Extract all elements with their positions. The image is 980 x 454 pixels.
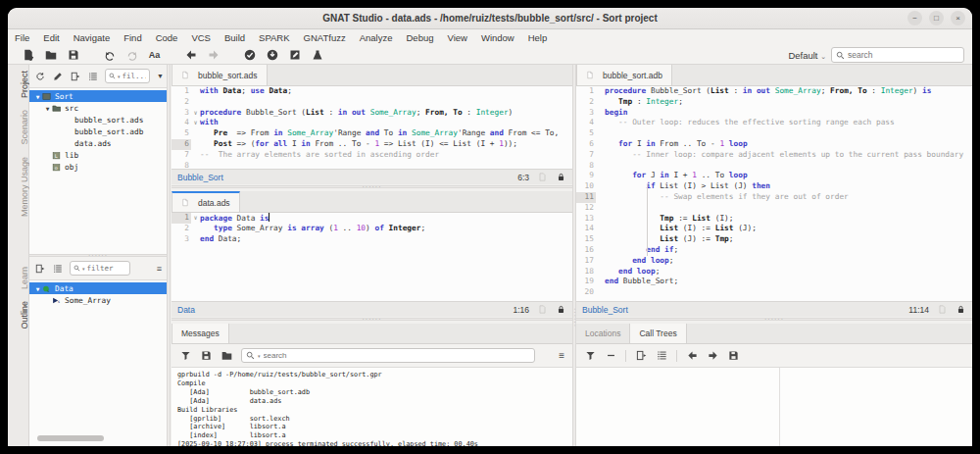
menu-icon[interactable]: ≡: [559, 350, 564, 361]
expander-icon[interactable]: ▼: [33, 285, 42, 292]
lock-icon[interactable]: [956, 304, 966, 315]
code-editor-adb[interactable]: 1procedure Bubble_Sort (List : in out So…: [576, 86, 972, 301]
maximize-button[interactable]: □: [929, 11, 944, 25]
menu-vcs[interactable]: VCS: [184, 30, 218, 45]
code-text: -- Outer loop: reduces the effective sor…: [605, 118, 895, 128]
menu-code[interactable]: Code: [149, 30, 185, 45]
menu-edit[interactable]: Edit: [36, 30, 66, 45]
fold-icon[interactable]: ∨: [191, 108, 200, 119]
tree-item-some_array[interactable]: sSome_Array: [29, 294, 167, 306]
menubar: FileEditNavigateFindCodeVCSBuildSPARKGNA…: [8, 30, 972, 45]
redo-button[interactable]: [125, 48, 138, 61]
side-tab-learn[interactable]: Learn: [8, 261, 29, 295]
side-tab-project[interactable]: Project: [8, 65, 29, 104]
lock-icon[interactable]: [556, 304, 566, 315]
call-trees-left-pane[interactable]: [576, 368, 780, 446]
chevron-down-icon[interactable]: ▼: [157, 73, 164, 79]
project-filter-input[interactable]: [122, 72, 146, 80]
tab-bubble-sort-ads[interactable]: bubble_sort.ads: [172, 65, 268, 85]
side-tab-scenario[interactable]: Scenario: [8, 104, 29, 151]
current-entity[interactable]: Bubble_Sort: [582, 305, 901, 315]
side-tab-memory-usage[interactable]: Memory Usage: [8, 151, 29, 223]
panel-splitter[interactable]: ······: [576, 318, 972, 321]
outline-filter-input[interactable]: [87, 264, 126, 273]
code-editor-ads[interactable]: 1with Data; use Data;23∨procedure Bubble…: [172, 86, 572, 169]
menu-gnatfuzz[interactable]: GNATfuzz: [297, 30, 353, 45]
menu-window[interactable]: Window: [474, 30, 521, 45]
menu-icon[interactable]: ≡: [157, 264, 162, 274]
forward-button[interactable]: [707, 350, 718, 362]
horizontal-scrollbar[interactable]: [37, 435, 104, 441]
vertical-splitter[interactable]: [167, 65, 171, 446]
build-console[interactable]: gprbuild -d -P/home/ruiz/tests/bubble_so…: [172, 368, 572, 446]
fold-icon[interactable]: ∨: [191, 118, 200, 128]
list-view-button[interactable]: [656, 350, 667, 362]
current-entity[interactable]: Data: [177, 305, 505, 315]
menu-find[interactable]: Find: [117, 30, 148, 45]
back-button[interactable]: [184, 48, 197, 61]
refresh-button[interactable]: [34, 71, 45, 81]
tree-item-data[interactable]: ▼sData: [29, 282, 167, 294]
side-tab-outline[interactable]: Outline: [8, 295, 29, 335]
menu-help[interactable]: Help: [521, 30, 555, 45]
list-view-button[interactable]: [87, 71, 98, 81]
build-mode-selector[interactable]: Default ⌄: [788, 50, 826, 61]
tab-data-ads[interactable]: data.ads: [172, 191, 240, 212]
tree-item-src[interactable]: ▼src: [29, 102, 167, 114]
code-editor-data[interactable]: 1∨package Data is2 type Some_Array is ar…: [172, 213, 572, 301]
expand-panel-button[interactable]: [635, 350, 647, 362]
menu-file[interactable]: File: [8, 30, 36, 45]
titlebar[interactable]: GNAT Studio - data.ads - /home/ruiz/test…: [8, 8, 972, 29]
tree-item-lib[interactable]: Llib: [29, 149, 167, 161]
menu-analyze[interactable]: Analyze: [353, 30, 400, 45]
edit-project-button[interactable]: [52, 71, 63, 81]
tab-bubble-sort-adb[interactable]: bubble_sort.adb: [576, 65, 672, 85]
save-button[interactable]: [67, 48, 79, 61]
menu-view[interactable]: View: [441, 30, 474, 45]
close-button[interactable]: ×: [951, 11, 965, 25]
tree-item-bubble_sort-ads[interactable]: bubble_sort.ads: [29, 114, 167, 126]
open-folder-button[interactable]: [220, 350, 232, 362]
tab-locations[interactable]: Locations: [576, 324, 629, 343]
new-file-button[interactable]: [22, 48, 34, 61]
panel-splitter[interactable]: ······: [172, 185, 572, 188]
tree-item-obj[interactable]: oobj: [29, 161, 167, 173]
current-entity[interactable]: Bubble_Sort: [177, 173, 510, 182]
install-button[interactable]: [266, 48, 278, 61]
expander-icon[interactable]: ▼: [43, 105, 52, 112]
file-icon: [62, 139, 72, 148]
menu-debug[interactable]: Debug: [400, 30, 441, 45]
text-case-button[interactable]: Aa: [148, 48, 161, 61]
tree-item-bubble_sort-adb[interactable]: bubble_sort.adb: [29, 126, 167, 137]
menu-spark[interactable]: SPARK: [252, 30, 297, 45]
open-folder-button[interactable]: [44, 48, 57, 61]
tree-item-sort[interactable]: ▼Sort: [29, 90, 167, 102]
funnel-button[interactable]: [584, 350, 596, 362]
debug-button[interactable]: [311, 48, 323, 61]
menu-build[interactable]: Build: [218, 30, 252, 45]
project-edit-button[interactable]: [288, 48, 301, 61]
expand-panel-button[interactable]: [70, 71, 80, 81]
global-search-input[interactable]: [848, 50, 959, 60]
call-trees-right-pane[interactable]: [781, 368, 972, 446]
menu-navigate[interactable]: Navigate: [67, 30, 118, 45]
tree-item-data-ads[interactable]: data.ads: [29, 137, 167, 149]
lock-icon[interactable]: [556, 172, 566, 182]
tab-call-trees[interactable]: Call Trees: [629, 324, 686, 343]
expander-icon[interactable]: ▼: [33, 93, 42, 100]
minus-button[interactable]: [605, 350, 616, 362]
expand-panel-button[interactable]: [34, 263, 45, 274]
save-button[interactable]: [200, 350, 212, 362]
fold-icon[interactable]: ∨: [191, 213, 200, 224]
funnel-button[interactable]: [179, 350, 191, 362]
panel-splitter[interactable]: ······: [172, 318, 572, 321]
build-all-button[interactable]: [243, 48, 256, 61]
save-button[interactable]: [727, 350, 739, 362]
messages-search-input[interactable]: [264, 351, 530, 360]
undo-button[interactable]: [103, 48, 116, 61]
tab-messages[interactable]: Messages: [172, 324, 229, 343]
minimize-button[interactable]: −: [907, 11, 922, 25]
list-view-button[interactable]: [52, 263, 63, 274]
back-button[interactable]: [686, 350, 698, 362]
forward-button[interactable]: [207, 48, 220, 61]
